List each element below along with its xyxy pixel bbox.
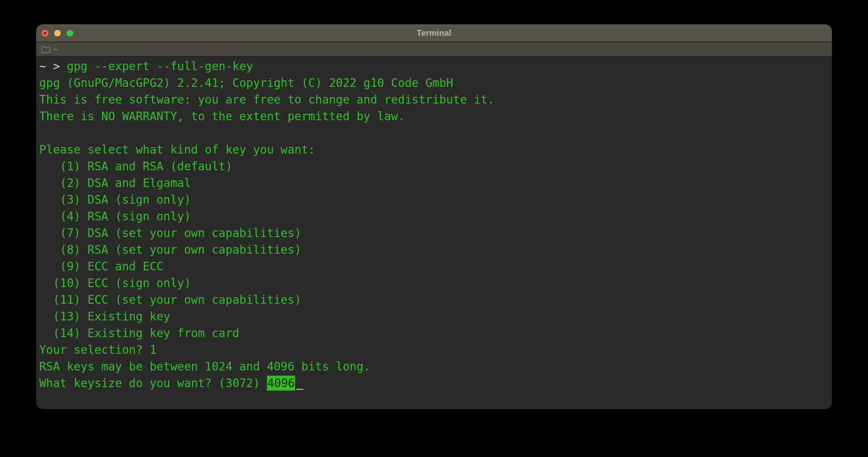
- output-line: (7) DSA (set your own capabilities): [39, 225, 832, 242]
- keysize-input[interactable]: 4096: [267, 376, 295, 391]
- output-line: Please select what kind of key you want:: [39, 141, 832, 158]
- titlebar[interactable]: Terminal: [36, 24, 832, 42]
- output-line: Your selection? 1: [39, 342, 832, 358]
- keysize-line: What keysize do you want? (3072) 4096_: [39, 375, 832, 392]
- command-text: gpg --expert --full-gen-key: [67, 59, 253, 73]
- output-line: (2) DSA and Elgamal: [39, 175, 832, 191]
- shell-prompt: ~ >: [39, 59, 67, 73]
- minimize-button[interactable]: [54, 30, 61, 36]
- output-line: (1) RSA and RSA (default): [39, 158, 832, 175]
- traffic-lights: [42, 24, 73, 42]
- keysize-question: What keysize do you want? (3072): [39, 376, 267, 390]
- output-line: gpg (GnuPG/MacGPG2) 2.2.41; Copyright (C…: [39, 75, 832, 91]
- folder-icon: [41, 45, 51, 54]
- prompt-line: ~ > gpg --expert --full-gen-key: [39, 58, 832, 75]
- output-line: (3) DSA (sign only): [39, 191, 832, 208]
- window-title: Terminal: [36, 28, 832, 38]
- tab-path-label: ~: [54, 45, 58, 54]
- terminal-content[interactable]: ~ > gpg --expert --full-gen-key gpg (Gnu…: [36, 57, 832, 408]
- tab-bar[interactable]: ~: [36, 42, 832, 57]
- output-line: RSA keys may be between 1024 and 4096 bi…: [39, 358, 832, 375]
- output-line: This is free software: you are free to c…: [39, 91, 832, 108]
- output-line: (13) Existing key: [39, 308, 832, 325]
- text-cursor: _: [296, 376, 303, 390]
- output-lines: gpg (GnuPG/MacGPG2) 2.2.41; Copyright (C…: [39, 75, 832, 375]
- close-button[interactable]: [42, 30, 48, 36]
- terminal-window: Terminal ~ ~ > gpg --expert --full-gen-k…: [36, 24, 832, 409]
- output-line: (8) RSA (set your own capabilities): [39, 242, 832, 258]
- fullscreen-button[interactable]: [67, 30, 73, 36]
- output-line: (10) ECC (sign only): [39, 275, 832, 292]
- output-line: There is NO WARRANTY, to the extent perm…: [39, 108, 832, 125]
- output-line: (14) Existing key from card: [39, 325, 832, 342]
- output-line: (11) ECC (set your own capabilities): [39, 292, 832, 308]
- output-line: (4) RSA (sign only): [39, 208, 832, 225]
- output-line: (9) ECC and ECC: [39, 258, 832, 275]
- output-line: [39, 125, 832, 141]
- desktop-background: Terminal ~ ~ > gpg --expert --full-gen-k…: [0, 0, 868, 457]
